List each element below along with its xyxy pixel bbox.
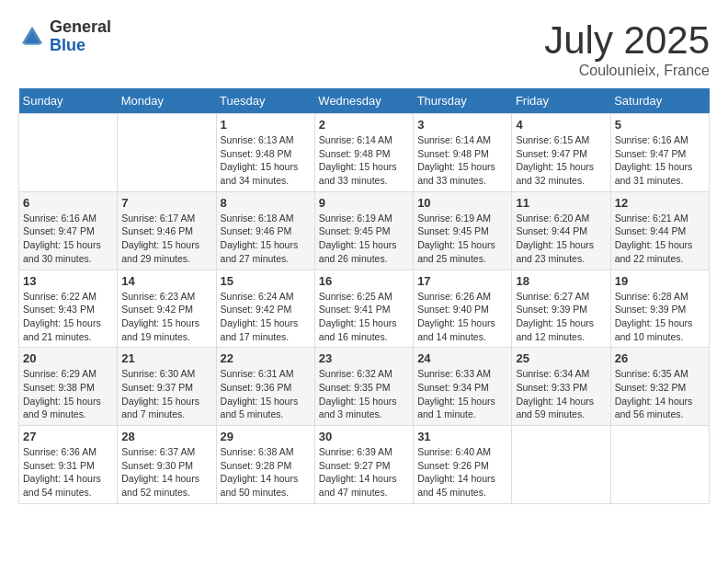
day-number: 7	[121, 196, 211, 210]
day-number: 18	[516, 274, 606, 288]
day-info: Sunrise: 6:34 AM Sunset: 9:33 PM Dayligh…	[516, 367, 606, 421]
day-info: Sunrise: 6:37 AM Sunset: 9:30 PM Dayligh…	[121, 445, 211, 500]
day-info: Sunrise: 6:22 AM Sunset: 9:43 PM Dayligh…	[23, 290, 113, 344]
day-info: Sunrise: 6:33 AM Sunset: 9:34 PM Dayligh…	[417, 367, 507, 421]
day-number: 2	[319, 118, 409, 132]
calendar-cell: 21Sunrise: 6:30 AM Sunset: 9:37 PM Dayli…	[118, 348, 216, 426]
week-row-3: 13Sunrise: 6:22 AM Sunset: 9:43 PM Dayli…	[19, 270, 710, 348]
calendar-cell: 12Sunrise: 6:21 AM Sunset: 9:44 PM Dayli…	[610, 191, 709, 270]
day-info: Sunrise: 6:39 AM Sunset: 9:27 PM Dayligh…	[319, 445, 409, 500]
calendar-header: SundayMondayTuesdayWednesdayThursdayFrid…	[19, 88, 710, 114]
day-info: Sunrise: 6:15 AM Sunset: 9:47 PM Dayligh…	[516, 133, 606, 188]
logo-general-text: General	[50, 18, 111, 37]
day-of-week-sunday: Sunday	[19, 88, 118, 114]
day-info: Sunrise: 6:23 AM Sunset: 9:42 PM Dayligh…	[121, 290, 211, 344]
month-title: July 2025	[544, 18, 710, 63]
calendar-cell: 25Sunrise: 6:34 AM Sunset: 9:33 PM Dayli…	[512, 348, 610, 426]
logo-blue-text: Blue	[50, 37, 111, 55]
calendar-cell: 19Sunrise: 6:28 AM Sunset: 9:39 PM Dayli…	[610, 270, 709, 348]
day-number: 19	[615, 274, 705, 288]
day-info: Sunrise: 6:19 AM Sunset: 9:45 PM Dayligh…	[417, 212, 507, 266]
day-number: 20	[23, 351, 113, 365]
day-number: 4	[516, 118, 606, 132]
calendar-cell: 2Sunrise: 6:14 AM Sunset: 9:48 PM Daylig…	[314, 114, 413, 192]
day-number: 25	[516, 351, 606, 365]
day-info: Sunrise: 6:16 AM Sunset: 9:47 PM Dayligh…	[23, 212, 113, 266]
calendar-cell: 31Sunrise: 6:40 AM Sunset: 9:26 PM Dayli…	[414, 426, 512, 504]
logo: General Blue	[18, 18, 111, 55]
day-number: 23	[319, 351, 409, 365]
calendar-cell: 7Sunrise: 6:17 AM Sunset: 9:46 PM Daylig…	[118, 191, 216, 270]
calendar-cell: 16Sunrise: 6:25 AM Sunset: 9:41 PM Dayli…	[314, 270, 413, 348]
day-number: 17	[417, 274, 507, 288]
day-info: Sunrise: 6:14 AM Sunset: 9:48 PM Dayligh…	[417, 133, 507, 188]
calendar-table: SundayMondayTuesdayWednesdayThursdayFrid…	[18, 88, 710, 504]
day-number: 11	[516, 196, 606, 210]
calendar-cell	[512, 426, 610, 504]
calendar-cell: 26Sunrise: 6:35 AM Sunset: 9:32 PM Dayli…	[610, 348, 709, 426]
day-info: Sunrise: 6:16 AM Sunset: 9:47 PM Dayligh…	[615, 133, 705, 188]
calendar-cell: 11Sunrise: 6:20 AM Sunset: 9:44 PM Dayli…	[512, 191, 610, 270]
day-number: 12	[615, 196, 705, 210]
calendar-cell	[19, 114, 118, 192]
title-section: July 2025 Coulounieix, France	[544, 18, 710, 79]
day-number: 31	[417, 430, 507, 443]
day-of-week-thursday: Thursday	[414, 88, 512, 114]
calendar-cell: 24Sunrise: 6:33 AM Sunset: 9:34 PM Dayli…	[414, 348, 512, 426]
calendar-cell: 23Sunrise: 6:32 AM Sunset: 9:35 PM Dayli…	[314, 348, 413, 426]
day-number: 28	[121, 430, 211, 443]
calendar-cell: 5Sunrise: 6:16 AM Sunset: 9:47 PM Daylig…	[610, 114, 709, 192]
day-info: Sunrise: 6:21 AM Sunset: 9:44 PM Dayligh…	[615, 212, 705, 266]
day-number: 5	[615, 118, 705, 132]
page-header: General Blue July 2025 Coulounieix, Fran…	[18, 18, 710, 79]
day-of-week-friday: Friday	[512, 88, 610, 114]
calendar-cell: 13Sunrise: 6:22 AM Sunset: 9:43 PM Dayli…	[19, 270, 118, 348]
day-info: Sunrise: 6:14 AM Sunset: 9:48 PM Dayligh…	[319, 133, 409, 188]
day-info: Sunrise: 6:30 AM Sunset: 9:37 PM Dayligh…	[121, 367, 211, 421]
day-number: 1	[221, 118, 311, 132]
calendar-cell: 29Sunrise: 6:38 AM Sunset: 9:28 PM Dayli…	[216, 426, 314, 504]
week-row-1: 1Sunrise: 6:13 AM Sunset: 9:48 PM Daylig…	[19, 114, 710, 192]
days-of-week-row: SundayMondayTuesdayWednesdayThursdayFrid…	[19, 88, 710, 114]
week-row-2: 6Sunrise: 6:16 AM Sunset: 9:47 PM Daylig…	[19, 191, 710, 270]
day-number: 8	[221, 196, 311, 210]
day-info: Sunrise: 6:38 AM Sunset: 9:28 PM Dayligh…	[221, 445, 311, 500]
day-number: 14	[121, 274, 211, 288]
week-row-4: 20Sunrise: 6:29 AM Sunset: 9:38 PM Dayli…	[19, 348, 710, 426]
day-info: Sunrise: 6:32 AM Sunset: 9:35 PM Dayligh…	[319, 367, 409, 421]
calendar-cell: 8Sunrise: 6:18 AM Sunset: 9:46 PM Daylig…	[216, 191, 314, 270]
day-info: Sunrise: 6:20 AM Sunset: 9:44 PM Dayligh…	[516, 212, 606, 266]
calendar-cell: 4Sunrise: 6:15 AM Sunset: 9:47 PM Daylig…	[512, 114, 610, 192]
calendar-cell: 20Sunrise: 6:29 AM Sunset: 9:38 PM Dayli…	[19, 348, 118, 426]
calendar-body: 1Sunrise: 6:13 AM Sunset: 9:48 PM Daylig…	[19, 114, 710, 504]
day-number: 29	[221, 430, 311, 443]
calendar-cell: 9Sunrise: 6:19 AM Sunset: 9:45 PM Daylig…	[314, 191, 413, 270]
day-number: 26	[615, 351, 705, 365]
day-of-week-saturday: Saturday	[610, 88, 709, 114]
day-info: Sunrise: 6:29 AM Sunset: 9:38 PM Dayligh…	[23, 367, 113, 421]
day-info: Sunrise: 6:17 AM Sunset: 9:46 PM Dayligh…	[121, 212, 211, 266]
day-number: 3	[417, 118, 507, 132]
calendar-cell: 15Sunrise: 6:24 AM Sunset: 9:42 PM Dayli…	[216, 270, 314, 348]
calendar-cell: 27Sunrise: 6:36 AM Sunset: 9:31 PM Dayli…	[19, 426, 118, 504]
logo-text: General Blue	[50, 18, 111, 55]
day-of-week-wednesday: Wednesday	[314, 88, 413, 114]
day-info: Sunrise: 6:35 AM Sunset: 9:32 PM Dayligh…	[615, 367, 705, 421]
day-of-week-tuesday: Tuesday	[216, 88, 314, 114]
logo-icon	[18, 23, 46, 51]
day-number: 21	[121, 351, 211, 365]
day-info: Sunrise: 6:40 AM Sunset: 9:26 PM Dayligh…	[417, 445, 507, 500]
calendar-cell: 14Sunrise: 6:23 AM Sunset: 9:42 PM Dayli…	[118, 270, 216, 348]
day-info: Sunrise: 6:28 AM Sunset: 9:39 PM Dayligh…	[615, 290, 705, 344]
calendar-cell: 6Sunrise: 6:16 AM Sunset: 9:47 PM Daylig…	[19, 191, 118, 270]
day-number: 30	[319, 430, 409, 443]
day-number: 16	[319, 274, 409, 288]
calendar-cell: 22Sunrise: 6:31 AM Sunset: 9:36 PM Dayli…	[216, 348, 314, 426]
calendar-cell: 3Sunrise: 6:14 AM Sunset: 9:48 PM Daylig…	[414, 114, 512, 192]
calendar-cell: 28Sunrise: 6:37 AM Sunset: 9:30 PM Dayli…	[118, 426, 216, 504]
calendar-cell: 10Sunrise: 6:19 AM Sunset: 9:45 PM Dayli…	[414, 191, 512, 270]
calendar-cell	[118, 114, 216, 192]
day-number: 9	[319, 196, 409, 210]
location-text: Coulounieix, France	[544, 63, 710, 79]
calendar-cell: 18Sunrise: 6:27 AM Sunset: 9:39 PM Dayli…	[512, 270, 610, 348]
